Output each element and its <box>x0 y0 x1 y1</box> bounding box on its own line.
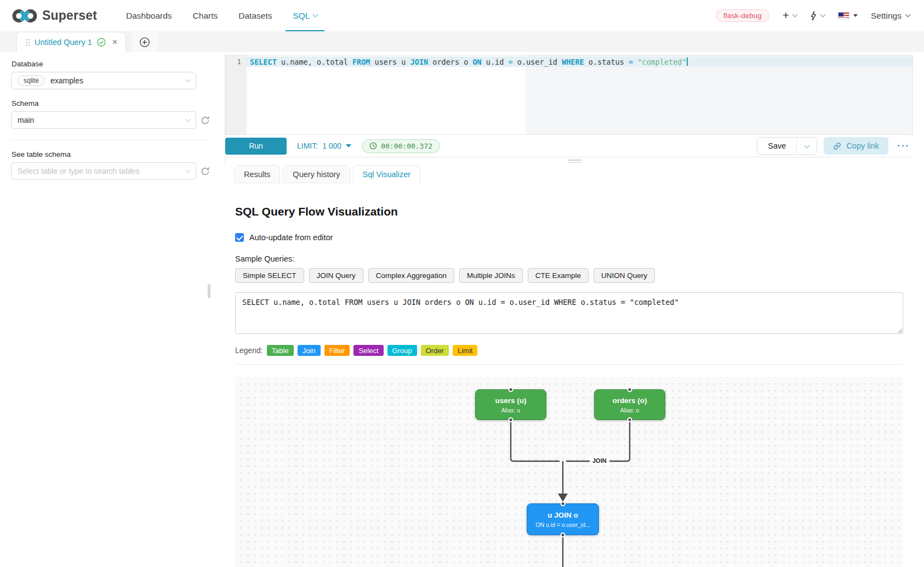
legend-badge-filter: Filter <box>324 345 350 356</box>
chevron-down-icon <box>905 12 911 18</box>
sql-lab-main: 1 SELECT u.name, o.total FROM users u JO… <box>225 52 924 567</box>
chevron-down-icon <box>804 143 809 148</box>
database-label: Database <box>12 60 210 68</box>
query-timer-badge: 00:00:00.372 <box>362 139 440 153</box>
node-handle[interactable] <box>561 501 566 506</box>
plus-icon: + <box>783 9 789 21</box>
sample-query-button-complex-aggregation[interactable]: Complex Aggregation <box>368 268 454 283</box>
superset-logo[interactable]: Superset <box>12 8 97 24</box>
saved-check-icon <box>97 38 106 47</box>
sql-editor[interactable]: 1 SELECT u.name, o.total FROM users u JO… <box>225 55 913 134</box>
flow-node-users[interactable]: users (u) Alias: u <box>475 389 546 420</box>
node-handle[interactable] <box>628 387 632 392</box>
settings-menu[interactable]: Settings <box>871 11 910 21</box>
legend-badge-order: Order <box>421 345 449 356</box>
refresh-tables-button[interactable] <box>200 167 210 176</box>
query-shortcut-button[interactable] <box>810 11 825 21</box>
sample-queries-row: Simple SELECTJOIN QueryComplex Aggregati… <box>235 268 903 283</box>
limit-value: 1 000 <box>322 141 341 150</box>
editor-toolbar: Run LIMIT: 1 000 00:00:00.372 Save <box>225 134 913 157</box>
timer-value: 00:00:00.372 <box>381 142 432 150</box>
database-engine-badge: sqlite <box>18 75 45 86</box>
auto-update-label: Auto-update from editor <box>249 233 333 242</box>
workspace: Database sqlite examples Schema main <box>0 52 924 567</box>
chevron-down-icon <box>820 12 826 18</box>
query-tab-title: Untitled Query 1 <box>35 38 92 47</box>
flow-node-join[interactable]: u JOIN o ON u.id = o.user_id... <box>527 503 599 535</box>
dropdown-arrow-icon <box>346 144 351 148</box>
nav-item-dashboards[interactable]: Dashboards <box>116 0 182 31</box>
sql-token: u.id <box>482 58 509 66</box>
environment-badge: flask-debug <box>716 9 769 22</box>
drag-dots-icon[interactable] <box>25 38 30 46</box>
pane-resize-grip[interactable] <box>568 160 582 163</box>
plus-circle-icon <box>139 37 150 48</box>
schema-label: Schema <box>12 99 210 107</box>
nav-item-datasets[interactable]: Datasets <box>228 0 282 31</box>
sample-query-button-join-query[interactable]: JOIN Query <box>309 268 363 283</box>
nav-item-charts[interactable]: Charts <box>182 0 229 31</box>
query-tab-untitled-query-1[interactable]: Untitled Query 1 × <box>16 32 126 52</box>
tab-sql-visualizer[interactable]: Sql Visualizer <box>353 165 421 183</box>
new-item-button[interactable]: + <box>783 10 797 21</box>
query-tab-strip: Untitled Query 1 × <box>0 31 924 52</box>
run-button[interactable]: Run <box>225 138 287 155</box>
tab-results[interactable]: Results <box>234 165 280 183</box>
save-button[interactable]: Save <box>757 138 797 154</box>
sample-query-button-union-query[interactable]: UNION Query <box>594 268 655 283</box>
legend-badge-join: Join <box>298 345 321 356</box>
brand-name: Superset <box>42 8 97 23</box>
sql-token: = <box>508 58 512 66</box>
limit-label: LIMIT: <box>297 141 318 150</box>
chevron-down-icon <box>185 77 191 82</box>
legend-badge-group: Group <box>387 345 417 356</box>
chevron-down-icon <box>313 12 318 18</box>
table-select[interactable]: Select table or type to search tables <box>11 162 196 180</box>
table-schema-label: See table schema <box>12 150 210 158</box>
sql-visualizer-panel: SQL Query Flow Visualization Auto-update… <box>225 183 924 567</box>
sidebar-resize-handle[interactable] <box>208 284 210 298</box>
link-icon <box>833 142 841 150</box>
nav-right: flask-debug + Settings <box>716 9 910 22</box>
node-handle[interactable] <box>561 532 566 537</box>
sql-token: SELECT <box>250 58 277 66</box>
tab-query-history[interactable]: Query history <box>283 165 350 183</box>
refresh-schema-button[interactable] <box>200 116 210 125</box>
result-tabs: Results Query history Sql Visualizer <box>234 165 924 183</box>
auto-update-checkbox[interactable] <box>235 233 244 242</box>
section-divider <box>235 364 903 365</box>
copy-link-button[interactable]: Copy link <box>824 137 888 155</box>
node-handle[interactable] <box>509 417 514 422</box>
chevron-down-icon <box>185 116 191 122</box>
flow-node-orders[interactable]: orders (o) Alias: o <box>594 389 665 420</box>
node-handle[interactable] <box>509 387 514 392</box>
save-split-button: Save <box>757 137 817 155</box>
sample-queries-label: Sample Queries: <box>235 254 903 263</box>
flow-canvas[interactable]: users (u) Alias: u orders (o) Alias: o u… <box>235 377 903 567</box>
legend-label: Legend: <box>235 346 263 355</box>
text-cursor <box>687 58 688 66</box>
limit-dropdown[interactable]: LIMIT: 1 000 <box>297 141 351 150</box>
query-text-input[interactable]: SELECT u.name, o.total FROM users u JOIN… <box>235 292 903 334</box>
schema-select[interactable]: main <box>11 111 196 129</box>
sql-token: o.status <box>584 58 629 66</box>
save-options-button[interactable] <box>797 138 817 154</box>
database-select[interactable]: sqlite examples <box>11 72 196 89</box>
nav-item-sql[interactable]: SQL <box>282 0 328 31</box>
node-handle[interactable] <box>628 417 632 422</box>
language-picker[interactable] <box>838 12 858 19</box>
editor-gutter: 1 <box>226 55 247 134</box>
legend-badge-table: Table <box>267 345 294 356</box>
sql-lab-sidebar: Database sqlite examples Schema main <box>0 52 225 567</box>
sidebar-divider <box>11 140 210 140</box>
sample-query-button-multiple-joins[interactable]: Multiple JOINs <box>459 268 523 283</box>
more-actions-button[interactable]: ··· <box>895 140 912 151</box>
new-query-tab-button[interactable] <box>132 32 158 52</box>
sql-code-line: SELECT u.name, o.total FROM users u JOIN… <box>250 58 688 66</box>
clock-icon <box>369 142 377 150</box>
sample-query-button-simple-select[interactable]: Simple SELECT <box>235 268 304 283</box>
top-nav: Superset Dashboards Charts Datasets SQL … <box>0 0 924 31</box>
close-icon[interactable]: × <box>112 37 117 47</box>
sample-query-button-cte-example[interactable]: CTE Example <box>528 268 589 283</box>
schema-value: main <box>18 116 34 124</box>
